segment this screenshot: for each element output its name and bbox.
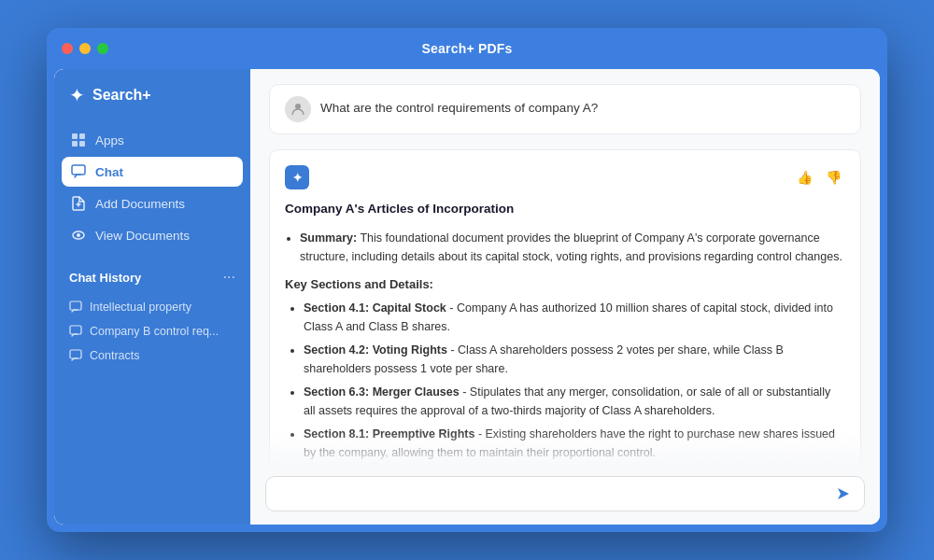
doc1-s3-label: Section 6.3: Merger Clauses [304, 385, 460, 399]
history-item-3[interactable]: Contracts [69, 343, 235, 368]
svg-rect-4 [72, 165, 85, 175]
sidebar-nav: Apps Chat Add D [54, 125, 250, 250]
doc1-section-3: Section 6.3: Merger Clauses - Stipulates… [304, 383, 845, 420]
doc1-key-sections-label: Key Sections and Details: [285, 275, 845, 295]
add-documents-label: Add Documents [95, 197, 185, 211]
logo-icon: ✦ [69, 84, 85, 106]
svg-point-6 [77, 233, 80, 237]
history-item-2[interactable]: Company B control req... [69, 319, 235, 343]
response-content: Company A's Articles of Incorporation Su… [285, 199, 845, 467]
user-message: What are the control requirements of com… [269, 84, 861, 134]
doc1-summary: This foundational document provides the … [300, 231, 842, 263]
chat-history-section: Chat History ··· Intellectual property [54, 250, 250, 375]
svg-rect-3 [79, 141, 85, 147]
sidebar-item-chat[interactable]: Chat [62, 157, 243, 187]
chat-icon [71, 164, 86, 179]
app-body: ✦ Search+ Apps [54, 69, 880, 525]
history-item-label-3: Contracts [90, 349, 140, 362]
history-chat-icon-2 [69, 325, 82, 338]
title-bar: Search+ PDFs [47, 28, 887, 69]
apps-label: Apps [95, 133, 124, 147]
doc1-s4-label: Section 8.1: Preemptive Rights [304, 427, 474, 441]
history-chat-icon-1 [69, 301, 82, 314]
svg-rect-8 [70, 326, 81, 334]
window-title: Search+ PDFs [422, 41, 513, 56]
doc1-section-2: Section 4.2: Voting Rights - Class A sha… [304, 341, 845, 378]
ai-logo-icon: ✦ [285, 165, 309, 189]
history-item-label-2: Company B control req... [90, 325, 219, 338]
doc1-section-4: Section 8.1: Preemptive Rights - Existin… [304, 425, 845, 462]
chat-area[interactable]: What are the control requirements of com… [250, 69, 880, 467]
feedback-buttons: 👍 👎 [793, 168, 845, 187]
svg-rect-2 [72, 141, 78, 147]
view-documents-label: View Documents [95, 229, 190, 243]
add-document-icon [71, 196, 86, 211]
eye-icon [71, 228, 86, 243]
thumbup-button[interactable]: 👍 [793, 168, 816, 187]
doc1-summary-label: Summary: [300, 231, 357, 245]
doc1-section-1: Section 4.1: Capital Stock - Company A h… [304, 299, 845, 336]
grid-icon [71, 133, 86, 147]
sidebar-item-apps[interactable]: Apps [62, 125, 243, 155]
chat-label: Chat [95, 165, 123, 179]
svg-point-10 [295, 104, 301, 109]
svg-rect-1 [79, 133, 85, 139]
send-icon [836, 486, 851, 501]
history-item-label-1: Intellectual property [90, 301, 191, 314]
doc1-s2-label: Section 4.2: Voting Rights [304, 343, 447, 357]
maximize-button[interactable] [97, 43, 108, 54]
history-chat-icon-3 [69, 349, 82, 362]
app-window: Search+ PDFs ✦ Search+ Apps [47, 28, 887, 532]
sidebar-logo: ✦ Search+ [54, 84, 250, 125]
send-button[interactable] [836, 486, 851, 501]
svg-rect-7 [70, 301, 81, 310]
doc1-title: Company A's Articles of Incorporation [285, 199, 845, 219]
history-section-header: Chat History ··· [69, 269, 235, 286]
close-button[interactable] [62, 43, 73, 54]
traffic-lights [62, 43, 108, 54]
sidebar: ✦ Search+ Apps [54, 69, 250, 525]
input-area [250, 467, 880, 525]
user-message-text: What are the control requirements of com… [320, 96, 598, 118]
chat-input[interactable] [279, 487, 827, 501]
svg-rect-0 [72, 133, 78, 139]
history-item-1[interactable]: Intellectual property [69, 295, 235, 319]
history-section-title: Chat History [69, 271, 141, 285]
input-box [265, 476, 865, 511]
history-more-button[interactable]: ··· [223, 269, 235, 286]
ai-message: ✦ 👍 👎 Company A's Articles of Incorporat… [269, 149, 861, 467]
minimize-button[interactable] [79, 43, 91, 54]
doc1-s1-label: Section 4.1: Capital Stock [304, 301, 446, 315]
svg-rect-9 [70, 350, 81, 358]
ai-message-header: ✦ 👍 👎 [285, 165, 845, 189]
main-content: What are the control requirements of com… [250, 69, 880, 525]
user-avatar [285, 96, 311, 122]
sidebar-item-view-documents[interactable]: View Documents [62, 220, 243, 250]
sidebar-item-add-documents[interactable]: Add Documents [62, 189, 243, 218]
logo-text: Search+ [92, 87, 151, 104]
thumbdown-button[interactable]: 👎 [822, 168, 845, 187]
